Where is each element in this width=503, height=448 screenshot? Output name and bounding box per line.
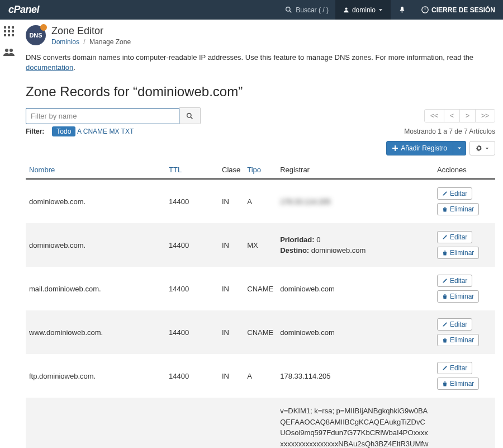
cell-register: v=DKIM1; k=rsa; p=MIIBIjANBgkqhkiG9w0BAQ…	[277, 398, 434, 448]
cell-type: CNAME	[244, 267, 277, 310]
breadcrumb: Dominios / Manage Zone	[51, 38, 131, 46]
pager-last[interactable]: >>	[475, 110, 495, 122]
documentation-link[interactable]: documentation	[26, 63, 73, 72]
cell-type: TXT	[244, 398, 277, 448]
col-name[interactable]: Nombre	[26, 161, 165, 179]
trash-icon	[442, 294, 448, 299]
add-record-button[interactable]: Añadir Registro	[386, 141, 453, 155]
pager-first[interactable]: <<	[425, 110, 444, 122]
page-title: Zone Editor	[51, 25, 131, 37]
pencil-icon	[442, 191, 448, 196]
edit-button[interactable]: Editar	[437, 362, 472, 374]
filter-tags: Filter: Todo A CNAME MX TXT	[26, 128, 134, 135]
logout-icon	[421, 6, 429, 13]
logout-label: CIERRE DE SESIÓN	[431, 6, 495, 14]
cell-ttl: 14400	[165, 398, 219, 448]
pencil-icon	[442, 234, 448, 240]
showing-count: Mostrando 1 a 7 de 7 Artículos	[404, 128, 495, 135]
trash-icon	[442, 250, 448, 256]
cell-type: A	[244, 179, 277, 223]
grid-icon[interactable]	[4, 26, 14, 36]
chevron-down-icon	[485, 147, 489, 150]
chevron-down-icon	[457, 146, 462, 150]
svg-point-14	[187, 114, 191, 117]
notifications-button[interactable]	[391, 0, 414, 20]
search-icon	[186, 112, 193, 120]
svg-line-15	[191, 117, 192, 119]
user-menu[interactable]: dominio	[335, 0, 391, 20]
svg-rect-6	[4, 30, 6, 32]
page-header: DNS Zone Editor Dominios / Manage Zone	[26, 25, 495, 46]
bell-icon	[398, 6, 406, 13]
svg-rect-3	[4, 26, 6, 29]
svg-rect-8	[12, 30, 14, 32]
user-name: dominio	[352, 6, 376, 14]
topbar-search[interactable]: Buscar ( / )	[278, 6, 335, 14]
cell-class: IN	[219, 223, 244, 267]
svg-line-1	[290, 11, 291, 12]
cell-class: IN	[219, 179, 244, 223]
users-icon[interactable]	[3, 48, 15, 56]
cell-class: IN	[219, 267, 244, 310]
cell-name: www.dominioweb.com.	[26, 310, 165, 354]
cell-register: Prioridad: 0Destino: dominioweb.com	[277, 223, 434, 267]
filter-tag-txt[interactable]: TXT	[121, 128, 134, 135]
search-icon	[285, 6, 292, 13]
sidebar	[0, 20, 18, 448]
edit-button[interactable]: Editar	[437, 275, 472, 287]
cell-type: CNAME	[244, 310, 277, 354]
edit-button[interactable]: Editar	[437, 231, 472, 243]
trash-icon	[442, 381, 448, 386]
cell-type: MX	[244, 223, 277, 267]
filter-search-button[interactable]	[179, 107, 201, 124]
svg-rect-4	[8, 26, 10, 29]
filter-tag-a[interactable]: A	[77, 128, 81, 135]
filter-tag-cname[interactable]: CNAME	[83, 128, 107, 135]
cell-register: dominioweb.com	[277, 310, 434, 354]
col-type[interactable]: Tipo	[244, 161, 277, 179]
dns-badge: DNS	[26, 25, 46, 45]
cell-class: IN	[219, 310, 244, 354]
svg-point-2	[345, 7, 347, 10]
pager-next[interactable]: >	[459, 110, 475, 122]
delete-button[interactable]: Eliminar	[437, 378, 479, 390]
delete-button[interactable]: Eliminar	[437, 203, 479, 215]
cell-name: dominioweb.com.	[26, 179, 165, 223]
cell-name: mail.dominioweb.com.	[26, 267, 165, 310]
delete-button[interactable]: Eliminar	[437, 334, 479, 346]
filter-tag-todo[interactable]: Todo	[52, 126, 75, 136]
plus-icon	[392, 145, 398, 151]
breadcrumb-link[interactable]: Dominios	[51, 38, 79, 46]
cell-ttl: 14400	[165, 310, 219, 354]
table-row: www.dominioweb.com.14400INCNAMEdominiowe…	[26, 310, 495, 354]
logout-button[interactable]: CIERRE DE SESIÓN	[414, 0, 503, 20]
svg-rect-7	[8, 30, 10, 32]
pager: << < > >>	[424, 109, 495, 122]
edit-button[interactable]: Editar	[437, 318, 472, 331]
filter-tag-mx[interactable]: MX	[109, 128, 119, 135]
filter-label: Filter:	[26, 128, 44, 135]
trash-icon	[442, 206, 448, 212]
logo[interactable]: cPanel	[0, 4, 48, 16]
edit-button[interactable]: Editar	[437, 187, 472, 200]
cell-name: ftp.dominioweb.com.	[26, 354, 165, 398]
col-register: Registrar	[277, 161, 434, 179]
col-ttl[interactable]: TTL	[165, 161, 219, 179]
svg-rect-11	[12, 34, 14, 36]
table-row: mail.dominioweb.com.14400INCNAMEdominiow…	[26, 267, 495, 310]
delete-button[interactable]: Eliminar	[437, 247, 479, 259]
add-record-dropdown[interactable]	[453, 141, 466, 155]
filter-input[interactable]	[26, 108, 179, 124]
table-row: default._domainkey.dominioweb.com.14400I…	[26, 398, 495, 448]
cell-name: default._domainkey.dominioweb.com.	[26, 398, 165, 448]
cell-name: dominioweb.com.	[26, 223, 165, 267]
pager-prev[interactable]: <	[444, 110, 459, 122]
settings-button[interactable]	[469, 141, 495, 155]
svg-rect-9	[4, 34, 6, 36]
delete-button[interactable]: Eliminar	[437, 290, 479, 303]
records-table: Nombre TTL Clase Tipo Registrar Acciones…	[26, 161, 495, 448]
trash-icon	[442, 337, 448, 343]
table-row: dominioweb.com.14400INMXPrioridad: 0Dest…	[26, 223, 495, 267]
cell-register: 178.33.114.205	[277, 179, 434, 223]
cell-class: IN	[219, 354, 244, 398]
